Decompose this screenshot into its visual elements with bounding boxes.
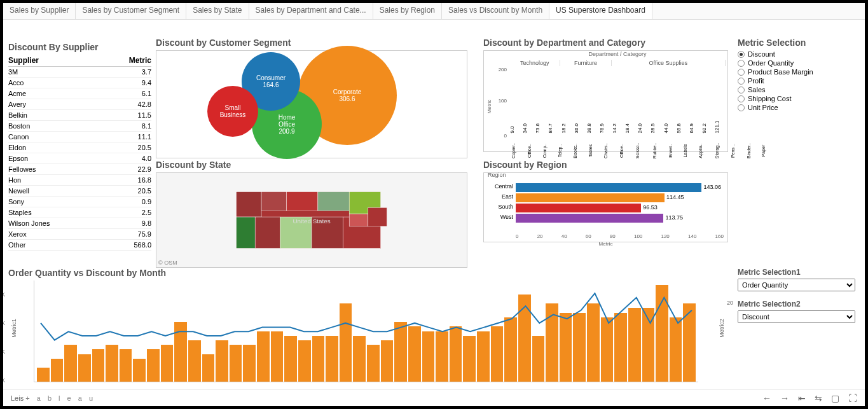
fullscreen-icon[interactable]: ⛶ [848,393,857,403]
month-bar[interactable] [463,336,476,382]
table-row[interactable]: Avery42.8 [8,99,151,110]
month-bar[interactable] [573,313,586,382]
month-bar[interactable] [353,336,366,382]
region-bar[interactable]: East114.45 [516,193,724,202]
tableau-logo: + a b l e a u [25,394,95,402]
metric2-select[interactable]: Discount [738,310,855,323]
us-map[interactable]: United States © OSM [156,172,467,268]
month-bar[interactable] [546,303,558,382]
month-bar[interactable] [271,331,284,382]
svg-rect-2 [261,192,286,211]
table-row[interactable]: Acco9.4 [8,78,151,88]
month-bar[interactable] [408,326,421,382]
month-bar[interactable] [477,331,490,382]
table-row[interactable]: Wilson Jones9.8 [8,218,151,229]
radio-order-quantity[interactable]: Order Quantity [738,59,855,67]
share-icon[interactable]: ⇆ [815,393,822,403]
svg-rect-4 [318,192,349,211]
month-bar[interactable] [656,285,668,382]
table-row[interactable]: Eldon20.5 [8,142,151,153]
month-bar[interactable] [683,303,696,382]
table-row[interactable]: Boston8.1 [8,121,151,132]
back-icon[interactable]: ← [762,393,771,403]
month-bar[interactable] [587,303,600,382]
tab-6[interactable]: US Superstore Dashboard [549,3,652,19]
forward-icon[interactable]: → [780,393,789,403]
tab-5[interactable]: Sales vs Discount by Month [442,3,549,19]
month-bar[interactable] [188,340,201,382]
month-bar[interactable] [450,326,462,382]
month-bar[interactable] [601,317,614,382]
month-bar[interactable] [257,331,270,382]
month-bar[interactable] [298,340,311,382]
radio-discount[interactable]: Discount [738,50,855,58]
table-row[interactable]: 3M3.7 [8,67,151,78]
month-bar[interactable] [422,331,435,382]
month-bar[interactable] [312,336,325,382]
month-bar[interactable] [106,345,118,382]
month-bar[interactable] [394,322,407,382]
month-bar[interactable] [37,368,50,382]
table-row[interactable]: Fellowes22.9 [8,164,151,175]
table-row[interactable]: Canon11.1 [8,132,151,142]
radio-sales[interactable]: Sales [738,86,855,94]
month-bar[interactable] [64,345,77,382]
month-bar[interactable] [133,359,146,382]
table-row[interactable]: Hon16.8 [8,175,151,186]
radio-unit-price[interactable]: Unit Price [738,104,855,111]
radio-shipping-cost[interactable]: Shipping Cost [738,95,855,102]
month-bar[interactable] [147,349,160,382]
svg-rect-12 [368,207,387,226]
tab-3[interactable]: Sales by Department and Cate... [249,3,373,19]
month-bar[interactable] [532,336,545,382]
table-row[interactable]: Newell20.5 [8,186,151,197]
month-bar[interactable] [216,340,228,382]
table-row[interactable]: Other568.0 [8,240,151,251]
table-row[interactable]: Staples2.5 [8,207,151,218]
metric1-select[interactable]: Order Quantity [738,279,855,291]
tab-2[interactable]: Sales by State [186,3,249,19]
month-bar[interactable] [628,308,641,382]
month-bar[interactable] [340,303,352,382]
table-row[interactable]: Xerox75.9 [8,229,151,240]
month-bar[interactable] [504,317,517,382]
revert-icon[interactable]: ⇤ [798,393,806,403]
month-bar[interactable] [230,345,242,382]
svg-rect-1 [237,192,261,217]
month-bar[interactable] [120,349,132,382]
radio-profit[interactable]: Profit [738,77,855,85]
radio-product-base-margin[interactable]: Product Base Margin [738,68,855,76]
month-bar[interactable] [92,349,105,382]
bubble-small-business[interactable]: SmallBusiness [207,86,258,137]
table-row[interactable]: Sony0.9 [8,197,151,207]
region-bar[interactable]: West113.75 [516,214,724,223]
month-bar[interactable] [284,336,297,382]
table-row[interactable]: Epson4.0 [8,153,151,164]
month-bar[interactable] [51,359,64,382]
region-bar[interactable]: Central143.06 [516,183,724,192]
month-bar[interactable] [78,354,91,382]
month-bar[interactable] [381,340,394,382]
month-bar[interactable] [518,295,531,382]
month-bar[interactable] [326,336,338,382]
table-row[interactable]: Acme6.1 [8,88,151,99]
month-bar[interactable] [243,345,256,382]
tab-0[interactable]: Sales by Supplier [3,3,76,19]
month-bar[interactable] [560,313,572,382]
month-bar[interactable] [161,345,174,382]
month-bar[interactable] [670,317,682,382]
present-icon[interactable]: ▢ [831,393,839,403]
svg-rect-7 [255,217,280,248]
month-bar[interactable] [614,313,627,382]
region-bar[interactable]: South96.53 [516,204,724,212]
discount-by-region: Discount by Region Region Central143.06E… [483,160,728,242]
month-bar[interactable] [174,322,187,382]
month-bar[interactable] [202,354,215,382]
tab-1[interactable]: Sales by Customer Segment [76,3,186,19]
month-bar[interactable] [367,345,380,382]
month-bar[interactable] [491,326,504,382]
tab-4[interactable]: Sales by Region [373,3,442,19]
month-bar[interactable] [436,331,448,382]
table-row[interactable]: Belkin11.5 [8,110,151,121]
month-bar[interactable] [642,308,655,382]
